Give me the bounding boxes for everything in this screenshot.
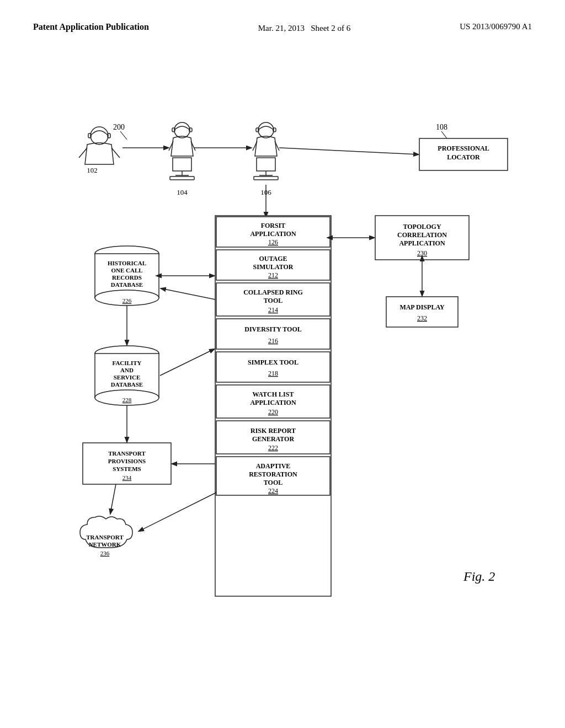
label-200: 200 xyxy=(113,123,125,131)
header-right: US 2013/0069790 A1 xyxy=(460,22,532,31)
svg-text:DIVERSITY TOOL: DIVERSITY TOOL xyxy=(244,325,301,333)
svg-line-26 xyxy=(120,131,127,140)
svg-text:228: 228 xyxy=(122,397,132,403)
svg-text:APPLICATION: APPLICATION xyxy=(250,399,296,406)
svg-text:TOPOLOGY: TOPOLOGY xyxy=(403,223,441,231)
svg-rect-14 xyxy=(170,176,194,180)
svg-line-83 xyxy=(160,349,214,376)
svg-text:COLLAPSED RING: COLLAPSED RING xyxy=(243,288,303,296)
svg-text:LOCATOR: LOCATOR xyxy=(447,153,480,161)
svg-text:102: 102 xyxy=(87,166,98,174)
svg-text:214: 214 xyxy=(268,306,278,314)
svg-text:226: 226 xyxy=(122,297,132,304)
page-header: Patent Application Publication Mar. 21, … xyxy=(0,0,565,35)
svg-text:FORSIT: FORSIT xyxy=(261,222,286,229)
svg-text:NETWORK: NETWORK xyxy=(89,541,121,548)
svg-text:TRANSPORT: TRANSPORT xyxy=(86,534,124,540)
svg-point-0 xyxy=(90,127,108,144)
diagram: 102 104 xyxy=(0,40,565,702)
header-center: Mar. 21, 2013 Sheet 2 of 6 xyxy=(258,22,351,35)
svg-text:212: 212 xyxy=(268,271,278,279)
svg-text:RESTORATION: RESTORATION xyxy=(249,470,297,478)
svg-line-27 xyxy=(441,131,447,138)
svg-rect-21 xyxy=(257,158,275,171)
svg-text:232: 232 xyxy=(417,314,427,322)
person-102 xyxy=(79,127,120,164)
svg-rect-1 xyxy=(88,133,91,138)
fig-label: Fig. 2 xyxy=(463,569,495,584)
svg-text:236: 236 xyxy=(100,550,110,556)
svg-text:SERVICE: SERVICE xyxy=(114,374,141,381)
svg-line-88 xyxy=(139,493,216,531)
svg-text:MAP DISPLAY: MAP DISPLAY xyxy=(399,303,445,311)
svg-rect-8 xyxy=(189,128,192,132)
svg-text:222: 222 xyxy=(268,444,278,452)
svg-text:APPLICATION: APPLICATION xyxy=(250,230,296,238)
svg-text:TOOL: TOOL xyxy=(264,479,282,486)
svg-text:SYSTEMS: SYSTEMS xyxy=(113,465,141,472)
label-108: 108 xyxy=(436,123,447,131)
svg-text:FACILITY: FACILITY xyxy=(113,360,142,366)
svg-text:WATCH LIST: WATCH LIST xyxy=(253,390,294,398)
svg-text:126: 126 xyxy=(268,238,278,246)
svg-text:TOOL: TOOL xyxy=(264,297,282,304)
svg-text:GENERATOR: GENERATOR xyxy=(252,435,295,443)
svg-text:PROVISIONS: PROVISIONS xyxy=(108,458,146,464)
svg-text:234: 234 xyxy=(122,474,132,481)
svg-text:AND: AND xyxy=(120,367,134,373)
svg-text:ONE CALL: ONE CALL xyxy=(111,267,142,274)
svg-text:TRANSPORT: TRANSPORT xyxy=(108,450,146,457)
map-display-box xyxy=(386,297,458,327)
person-106 xyxy=(253,122,279,180)
header-left: Patent Application Publication xyxy=(33,22,149,32)
svg-text:HISTORICAL: HISTORICAL xyxy=(108,260,146,266)
person-104 xyxy=(169,122,195,180)
svg-text:230: 230 xyxy=(417,249,427,257)
svg-point-16 xyxy=(258,122,274,138)
svg-text:PROFESSIONAL: PROFESSIONAL xyxy=(438,144,489,152)
svg-text:104: 104 xyxy=(177,188,188,196)
simplex-tool-box xyxy=(216,352,330,382)
svg-text:SIMPLEX TOOL: SIMPLEX TOOL xyxy=(248,358,299,366)
svg-text:RISK REPORT: RISK REPORT xyxy=(250,427,296,435)
svg-rect-18 xyxy=(273,128,276,132)
svg-line-87 xyxy=(110,484,116,513)
svg-text:ADAPTIVE: ADAPTIVE xyxy=(256,462,291,470)
svg-text:218: 218 xyxy=(268,370,278,377)
svg-text:OUTAGE: OUTAGE xyxy=(259,255,287,263)
svg-rect-2 xyxy=(108,133,110,138)
svg-rect-24 xyxy=(254,176,278,180)
svg-text:216: 216 xyxy=(268,337,278,345)
svg-text:DATABASE: DATABASE xyxy=(111,281,143,288)
svg-rect-11 xyxy=(173,158,191,171)
svg-line-89 xyxy=(161,288,215,299)
svg-text:224: 224 xyxy=(268,487,278,495)
svg-rect-17 xyxy=(256,128,259,132)
svg-line-32 xyxy=(279,148,418,154)
svg-text:APPLICATION: APPLICATION xyxy=(399,239,445,247)
svg-text:SIMULATOR: SIMULATOR xyxy=(253,263,294,271)
svg-text:DATABASE: DATABASE xyxy=(111,381,143,388)
svg-text:RECORDS: RECORDS xyxy=(112,274,142,281)
svg-rect-7 xyxy=(172,128,175,132)
svg-point-6 xyxy=(174,122,190,138)
svg-text:220: 220 xyxy=(268,408,278,416)
svg-text:CORRELATION: CORRELATION xyxy=(397,231,447,239)
